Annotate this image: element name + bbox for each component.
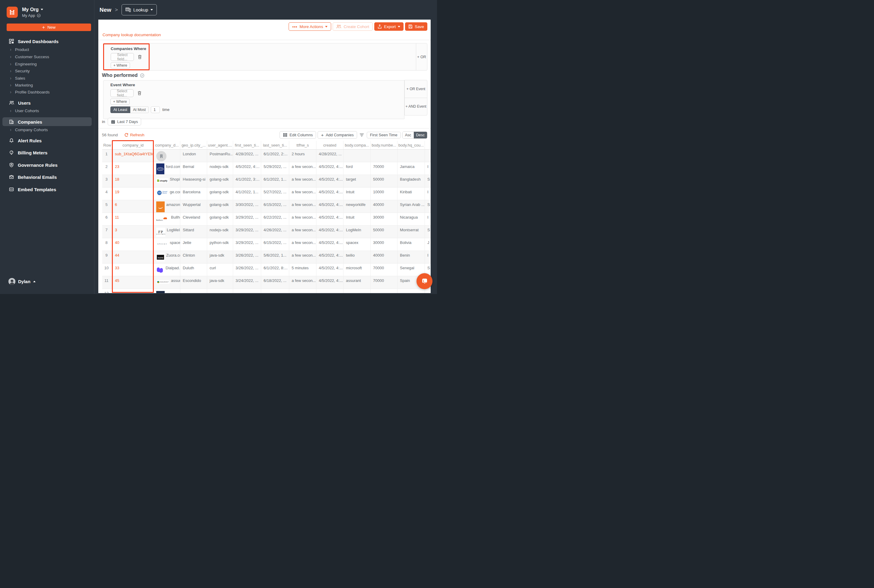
add-where-button[interactable]: + Where [111,62,130,69]
sort-desc-option[interactable]: Desc [414,132,427,138]
cell-partial: S [425,200,431,213]
cell-first_seen: 3/29/2022, ... [233,213,261,225]
at-most-option[interactable]: At Most [130,106,149,113]
sort-asc-option[interactable]: Asc [403,132,414,138]
sidebar-item-marketing[interactable]: ›Marketing [0,81,94,88]
sidebar-item-engineering[interactable]: ›Engineering [0,60,94,68]
company-id-link[interactable]: 33 [115,266,119,270]
add-companies-button[interactable]: + Add Companies [318,131,357,139]
at-least-option[interactable]: At Least [110,106,130,113]
event-where-section: Event Where Select field... + Where At L… [103,80,405,119]
column-header-company-d[interactable]: company_d... [154,141,180,149]
users-icon [9,100,14,105]
sidebar-item-company-cohorts[interactable]: ›Company Cohorts [0,126,94,133]
refresh-button[interactable]: Refresh [124,133,144,137]
trash-icon[interactable] [138,54,142,59]
sidebar-item-product[interactable]: ›Product [0,46,94,53]
spacex-logo-icon: SPACEX [156,242,168,246]
plus-icon: + [42,25,45,30]
add-companies-label: Add Companies [326,133,354,137]
cell-company: newyorklife [343,200,371,213]
company-id-link[interactable]: 11 [115,215,119,219]
chat-launcher-button[interactable] [417,273,432,289]
trash-icon[interactable] [137,90,142,96]
francisco-partners-logo-icon: FPFRANCISCO PARTNERS [156,228,165,237]
cell-number [371,289,397,293]
export-button[interactable]: Export [374,22,403,31]
company-id-link[interactable]: 23 [115,164,119,169]
user-menu[interactable]: Dylan [9,278,36,285]
sidebar-item-sales[interactable]: ›Sales [0,75,94,82]
company-domain: spacex.c [170,240,180,245]
sidebar-section-companies[interactable]: Companies [0,118,94,126]
company-id-link[interactable]: 40 [115,240,119,245]
sidebar-item-customer-success[interactable]: ›Customer Success [0,53,94,60]
cell-company: target [343,175,371,187]
company-id-link[interactable]: 44 [115,253,119,258]
column-header-created[interactable]: created [316,141,343,149]
save-button[interactable]: Save [405,22,427,31]
cell-created: 4/5/2022, 4:... [316,251,343,263]
add-or-button[interactable]: + OR [416,44,427,70]
company-id-link[interactable]: 6 [115,202,117,207]
create-cohort-button[interactable]: Create Cohort [333,22,373,31]
edit-columns-button[interactable]: Edit Columns [280,131,316,139]
lookup-type-dropdown[interactable]: Lookup [121,4,157,15]
results-count: 56 found [102,133,118,137]
cell-row: 3 [102,175,112,187]
more-actions-button[interactable]: ••• More Actions [289,22,331,31]
sidebar-item-security[interactable]: ›Security [0,67,94,75]
add-and-event-button[interactable]: + AND Event [405,98,427,116]
sidebar-item-user-cohorts[interactable]: ›User Cohorts [0,107,94,114]
org-switcher[interactable]: My Org [22,7,43,12]
sidebar-section-alert-rules[interactable]: Alert Rules [0,136,94,144]
select-field-button[interactable]: Select field... [111,53,134,61]
times-input[interactable] [151,106,160,113]
column-header-row[interactable]: Row [102,141,112,149]
sidebar-section-governance-rules[interactable]: Governance Rules [0,161,94,169]
dialpad-logo-icon [156,266,164,274]
new-button[interactable]: + New [7,24,91,31]
chevron-down-icon [41,9,43,10]
app-switcher[interactable]: My App [22,13,43,18]
add-or-event-button[interactable]: + OR Event [405,80,427,98]
cell-city: Duluth [180,264,207,276]
company-id-link[interactable]: sub_1KtaQ6Ga4tYEM... [115,152,154,156]
divider [98,128,431,129]
date-range-button[interactable]: Last 7 Days [108,118,141,126]
column-header-body-numbe[interactable]: body.numbe... [371,141,397,149]
cell-first_seen: 3/24/2022, ... [233,276,261,289]
sidebar-section-behavioral-emails[interactable]: Behavioral Emails [0,173,94,181]
column-header-last-seen-ti[interactable]: last_seen_ti... [261,141,289,149]
clock-check-icon[interactable] [140,73,144,78]
company-id-link[interactable]: 45 [115,278,119,283]
cell-city: Sittard [180,225,207,238]
company-id-link[interactable]: 19 [115,190,119,194]
company-id-link[interactable]: 18 [115,177,119,182]
column-header-geo-ip-city[interactable]: geo_ip.city_... [180,141,207,149]
column-header-body-compa[interactable]: body.compa... [343,141,371,149]
mixpanel-logo-icon[interactable] [7,7,18,18]
sidebar-section-billing-meters[interactable]: Billing Meters [0,148,94,156]
zuora-logo-icon: zuora [156,253,165,261]
sidebar-section-saved-dashboards[interactable]: Saved Dashboards [0,38,94,45]
sidebar-section-users[interactable]: Users [0,99,94,107]
app-name: My App [22,13,35,18]
event-where-title: Event Where [110,82,135,87]
column-header-first-seen-ti[interactable]: first_seen_ti... [233,141,261,149]
cell-partial: I [425,251,431,263]
sidebar-section-embed-templates[interactable]: Embed Templates [0,186,94,193]
column-header-company-id[interactable]: company_id [112,141,154,149]
column-header-body-hq-cou[interactable]: body.hq_cou... [397,141,425,149]
select-field-button[interactable]: Select field... [110,89,133,97]
column-header-ttfhw-s[interactable]: ttfhw_s [289,141,316,149]
add-where-button[interactable]: + Where [110,99,130,105]
cell-city [180,289,207,293]
sort-filter-icon[interactable] [360,133,364,137]
column-header-user-agent[interactable]: user_agent.... [207,141,233,149]
sort-field-button[interactable]: First Seen Time [367,132,401,138]
sidebar-item-profile-dashboards[interactable]: ›Profile Dashboards [0,88,94,96]
company-id-link[interactable]: 3 [115,228,117,232]
company-lookup-doc-link[interactable]: Company lookup documentation [102,33,161,37]
cell-number: 30000 [371,213,397,225]
